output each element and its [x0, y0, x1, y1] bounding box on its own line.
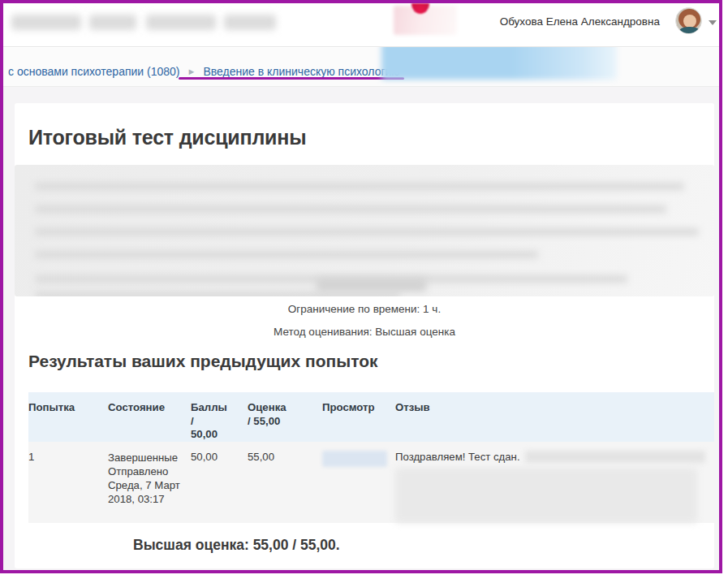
avatar[interactable]: [675, 7, 702, 34]
nav-item-redacted[interactable]: [146, 15, 216, 30]
quiz-time-limit: Ограничение по времени: 1 ч.: [15, 303, 714, 315]
redacted-text-line: [35, 205, 666, 213]
quiz-content-card: Итоговый тест дисциплины Ограничение по …: [15, 103, 714, 568]
redacted-text-blob: [317, 279, 426, 292]
redacted-feedback-block: [395, 468, 697, 523]
redacted-feedback-inline: [525, 451, 705, 463]
column-header-state: Состояние: [97, 392, 191, 442]
attempt-state-submitted: Отправлено Среда, 7 Март 2018, 03:17: [108, 464, 191, 506]
top-header-bar: Обухова Елена Александровна: [3, 3, 719, 47]
redacted-text-line: [35, 183, 684, 190]
annotation-underline: [179, 77, 404, 80]
chevron-down-icon[interactable]: [709, 20, 717, 25]
attempt-number-cell: 1: [28, 442, 97, 523]
attempt-feedback-cell: Поздравляем! Тест сдан.: [386, 442, 714, 523]
user-menu-name[interactable]: Обухова Елена Александровна: [500, 15, 660, 28]
breadcrumb-bar: с основами психотерапии (1080)►Введение …: [3, 48, 719, 87]
attempts-table: Попытка Состояние Баллы / 50,00 Оценка /…: [28, 392, 714, 523]
final-grade: Высшая оценка: 55,00 / 55,00.: [133, 537, 340, 554]
nav-item-redacted[interactable]: [89, 15, 136, 30]
moodle-quiz-page: Обухова Елена Александровна с основами п…: [0, 0, 728, 579]
column-header-grade: Оценка / 55,00: [248, 392, 312, 442]
column-header-review: Просмотр: [312, 392, 386, 442]
attempt-state-cell: Завершенные Отправлено Среда, 7 Март 201…: [97, 442, 191, 523]
attempt-grade-cell: 55,00: [248, 442, 312, 523]
quiz-description-redacted: [15, 165, 714, 296]
page-title: Итоговый тест дисциплины: [28, 126, 306, 149]
breadcrumb-current-page-link[interactable]: Введение в клиническую психологию: [203, 65, 399, 78]
redacted-text-line: [35, 251, 538, 258]
attempt-review-cell: [312, 442, 386, 523]
attempts-table-header-row: Попытка Состояние Баллы / 50,00 Оценка /…: [28, 392, 714, 442]
marks-divider: /: [191, 415, 248, 429]
column-header-feedback: Отзыв: [386, 392, 714, 442]
review-link-redacted[interactable]: [322, 451, 387, 467]
column-header-attempt: Попытка: [28, 392, 97, 442]
marks-label: Баллы: [191, 401, 248, 415]
grade-max: / 55,00: [248, 415, 312, 429]
breadcrumb: с основами психотерапии (1080)►Введение …: [8, 65, 400, 78]
breadcrumb-parent-course-link[interactable]: с основами психотерапии (1080): [8, 65, 180, 78]
results-heading: Результаты ваших предыдущих попыток: [28, 352, 377, 371]
marks-max: 50,00: [191, 428, 248, 442]
avatar-face: [683, 15, 696, 28]
grade-label: Оценка: [248, 401, 312, 415]
page-body: Итоговый тест дисциплины Ограничение по …: [3, 87, 719, 570]
redacted-text-line: [35, 292, 400, 296]
nav-item-redacted[interactable]: [11, 15, 81, 30]
column-header-marks: Баллы / 50,00: [191, 392, 248, 442]
redacted-text-line: [35, 228, 699, 235]
nav-item-redacted[interactable]: [224, 15, 276, 30]
quiz-grading-method: Метод оценивания: Высшая оценка: [15, 326, 714, 338]
attempt-marks-cell: 50,00: [191, 442, 248, 523]
avatar-torso: [679, 27, 700, 34]
attempt-state-status: Завершенные: [108, 451, 191, 464]
breadcrumb-separator-icon: ►: [187, 67, 196, 76]
attempt-row: 1 Завершенные Отправлено Среда, 7 Март 2…: [28, 442, 714, 523]
feedback-text: Поздравляем! Тест сдан.: [395, 451, 520, 463]
